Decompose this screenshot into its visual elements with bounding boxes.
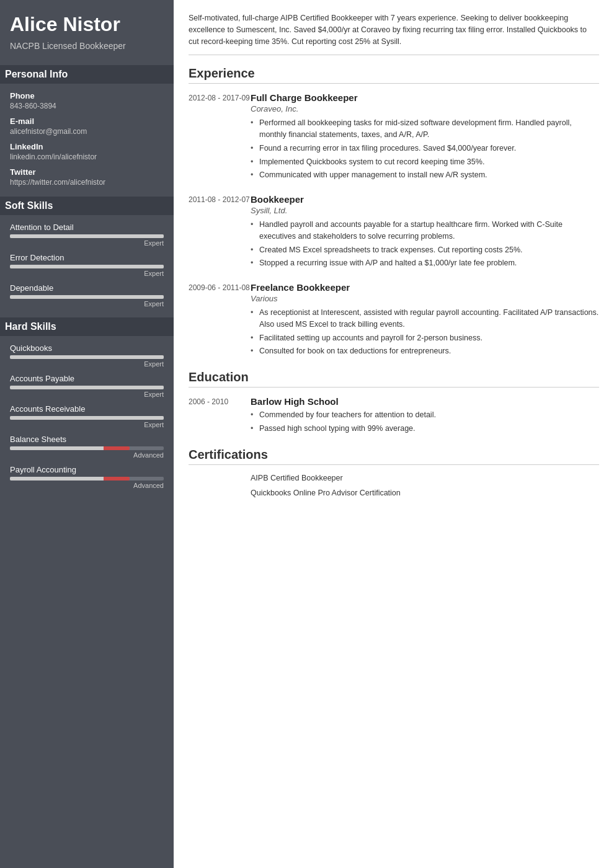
phone-section: Phone 843-860-3894 bbox=[10, 91, 164, 110]
skill-bar-container bbox=[10, 416, 164, 420]
exp-company: Various bbox=[251, 294, 599, 303]
skill-bar-container bbox=[10, 446, 164, 450]
hard-skill-item: Accounts ReceivableExpert bbox=[10, 404, 164, 428]
experience-section: Experience 2012-08 - 2017-09Full Charge … bbox=[189, 66, 599, 359]
twitter-label: Twitter bbox=[10, 167, 164, 177]
exp-content: Freelance BookkeeperVariousAs receptioni… bbox=[251, 282, 599, 359]
candidate-name: Alice Nistor bbox=[10, 12, 164, 36]
email-value: alicefnistor@gmail.com bbox=[10, 127, 164, 136]
skill-name: Error Detection bbox=[10, 253, 164, 262]
skill-bar-container bbox=[10, 234, 164, 238]
exp-bullet-item: Created MS Excel spreadsheets to track e… bbox=[251, 244, 599, 256]
skill-level-label: Expert bbox=[10, 300, 164, 308]
exp-bullet-item: Stopped a recurring issue with A/P and h… bbox=[251, 257, 599, 269]
skill-bar-fill bbox=[10, 295, 164, 299]
soft-skills-heading: Soft Skills bbox=[0, 197, 174, 215]
education-item: 2006 - 2010Barlow High SchoolCommended b… bbox=[189, 396, 599, 436]
linkedin-label: LinkedIn bbox=[10, 142, 164, 151]
linkedin-value: linkedin.com/in/alicefnistor bbox=[10, 153, 164, 161]
cert-spacer bbox=[189, 489, 251, 500]
certification-item: AIPB Certified Bookkeeper bbox=[189, 474, 599, 485]
education-section: Education 2006 - 2010Barlow High SchoolC… bbox=[189, 370, 599, 436]
exp-content: BookkeeperSysill, Ltd.Handled payroll an… bbox=[251, 194, 599, 271]
skill-name: Balance Sheets bbox=[10, 435, 164, 444]
twitter-section: Twitter https://twitter.com/alicefnistor bbox=[10, 167, 164, 187]
skill-name: Accounts Payable bbox=[10, 374, 164, 383]
skill-bar-fill bbox=[10, 446, 130, 450]
email-section: E-mail alicefnistor@gmail.com bbox=[10, 117, 164, 136]
edu-bullet-item: Commended by four teachers for attention… bbox=[251, 409, 599, 421]
exp-bullet-item: Consulted for book on tax deductions for… bbox=[251, 345, 599, 357]
skill-bar-fill bbox=[10, 477, 130, 480]
skill-bar-fill bbox=[10, 416, 164, 420]
experience-list: 2012-08 - 2017-09Full Charge BookkeeperC… bbox=[189, 92, 599, 359]
edu-content: Barlow High SchoolCommended by four teac… bbox=[251, 396, 599, 436]
phone-value: 843-860-3894 bbox=[10, 102, 164, 110]
main-content: Self-motivated, full-charge AIPB Certifi… bbox=[174, 0, 614, 868]
hard-skill-item: Payroll AccountingAdvanced bbox=[10, 465, 164, 489]
skill-bar-container bbox=[10, 386, 164, 389]
skill-level-label: Expert bbox=[10, 421, 164, 428]
exp-bullet-item: Communicated with upper management to in… bbox=[251, 169, 599, 181]
edu-dates: 2006 - 2010 bbox=[189, 396, 251, 436]
skill-bar-fill bbox=[10, 386, 164, 389]
skill-level-label: Advanced bbox=[10, 451, 164, 459]
exp-dates: 2011-08 - 2012-07 bbox=[189, 194, 251, 271]
skill-bar-container bbox=[10, 265, 164, 268]
exp-dates: 2009-06 - 2011-08 bbox=[189, 282, 251, 359]
skill-bar-container bbox=[10, 477, 164, 480]
exp-bullets: As receptionist at Interescent, assisted… bbox=[251, 307, 599, 357]
skill-level-label: Expert bbox=[10, 270, 164, 277]
certifications-section: Certifications AIPB Certified Bookkeeper… bbox=[189, 448, 599, 500]
summary-text: Self-motivated, full-charge AIPB Certifi… bbox=[189, 12, 599, 55]
experience-item: 2012-08 - 2017-09Full Charge BookkeeperC… bbox=[189, 92, 599, 183]
certifications-list: AIPB Certified BookkeeperQuickbooks Onli… bbox=[189, 474, 599, 500]
education-list: 2006 - 2010Barlow High SchoolCommended b… bbox=[189, 396, 599, 436]
skill-level-label: Expert bbox=[10, 239, 164, 247]
cert-name: Quickbooks Online Pro Advisor Certificat… bbox=[251, 489, 401, 497]
soft-skills-list: Attention to DetailExpertError Detection… bbox=[10, 223, 164, 308]
exp-job-title: Full Charge Bookkeeper bbox=[251, 92, 599, 103]
email-label: E-mail bbox=[10, 117, 164, 126]
skill-level-label: Advanced bbox=[10, 482, 164, 489]
hard-skills-list: QuickbooksExpertAccounts PayableExpertAc… bbox=[10, 343, 164, 489]
exp-bullets: Handled payroll and accounts payable for… bbox=[251, 219, 599, 269]
exp-dates: 2012-08 - 2017-09 bbox=[189, 92, 251, 183]
exp-bullet-item: Implemented Quickbooks system to cut rec… bbox=[251, 156, 599, 168]
skill-level-label: Expert bbox=[10, 360, 164, 368]
exp-bullet-item: Facilitated setting up accounts and payr… bbox=[251, 332, 599, 344]
education-heading: Education bbox=[189, 370, 599, 388]
personal-info-heading: Personal Info bbox=[0, 65, 174, 84]
exp-content: Full Charge BookkeeperCoraveo, Inc.Perfo… bbox=[251, 92, 599, 183]
certifications-heading: Certifications bbox=[189, 448, 599, 465]
exp-bullet-item: Found a recurring error in tax filing pr… bbox=[251, 143, 599, 154]
soft-skill-item: Error DetectionExpert bbox=[10, 253, 164, 277]
soft-skill-item: DependableExpert bbox=[10, 283, 164, 308]
exp-bullet-item: Performed all bookkeeping tasks for mid-… bbox=[251, 117, 599, 141]
exp-job-title: Bookkeeper bbox=[251, 194, 599, 205]
edu-bullets: Commended by four teachers for attention… bbox=[251, 409, 599, 435]
skill-name: Attention to Detail bbox=[10, 223, 164, 232]
skill-bar-fill bbox=[10, 355, 164, 359]
candidate-title: NACPB Licensed Bookkeeper bbox=[10, 40, 164, 53]
skill-name: Quickbooks bbox=[10, 343, 164, 353]
twitter-value: https://twitter.com/alicefnistor bbox=[10, 178, 164, 187]
skill-name: Dependable bbox=[10, 283, 164, 293]
linkedin-section: LinkedIn linkedin.com/in/alicefnistor bbox=[10, 142, 164, 161]
exp-company: Coraveo, Inc. bbox=[251, 104, 599, 113]
experience-heading: Experience bbox=[189, 66, 599, 84]
exp-bullet-item: Handled payroll and accounts payable for… bbox=[251, 219, 599, 242]
sidebar: Alice Nistor NACPB Licensed Bookkeeper P… bbox=[0, 0, 174, 868]
skill-level-label: Expert bbox=[10, 391, 164, 398]
hard-skill-item: Balance SheetsAdvanced bbox=[10, 435, 164, 459]
skill-bar-container bbox=[10, 295, 164, 299]
hard-skills-heading: Hard Skills bbox=[0, 317, 174, 336]
cert-spacer bbox=[189, 474, 251, 485]
experience-item: 2011-08 - 2012-07BookkeeperSysill, Ltd.H… bbox=[189, 194, 599, 271]
skill-bar-fill bbox=[10, 234, 164, 238]
skill-name: Payroll Accounting bbox=[10, 465, 164, 474]
exp-bullets: Performed all bookkeeping tasks for mid-… bbox=[251, 117, 599, 181]
exp-job-title: Freelance Bookkeeper bbox=[251, 282, 599, 293]
exp-company: Sysill, Ltd. bbox=[251, 206, 599, 215]
certification-item: Quickbooks Online Pro Advisor Certificat… bbox=[189, 489, 599, 500]
